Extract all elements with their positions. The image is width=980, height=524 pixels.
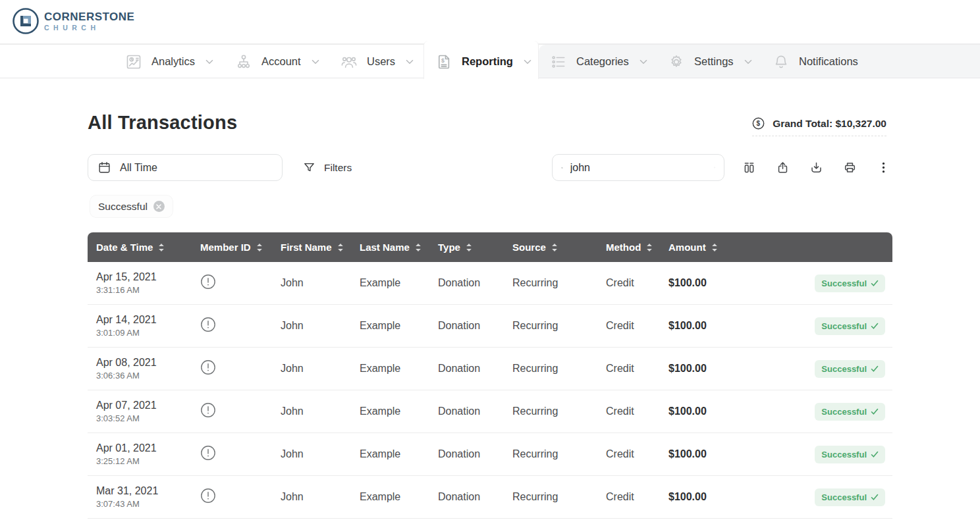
nav-item-analytics[interactable]: Analytics [125, 45, 213, 78]
cell-amount: $100.00 [660, 491, 739, 503]
print-button[interactable] [833, 154, 867, 181]
exclamation-circle-icon[interactable] [200, 488, 216, 504]
filters-label: Filters [324, 162, 352, 174]
cell-last-name: Example [351, 448, 429, 460]
nav-item-settings[interactable]: Settings [668, 45, 752, 78]
column-header-label: Date & Time [96, 242, 153, 253]
status-badge: Successful [815, 360, 885, 378]
cell-type: Donation [429, 448, 504, 460]
check-icon [871, 494, 879, 501]
share-button[interactable] [766, 154, 800, 181]
sort-icon [415, 243, 422, 252]
search-input[interactable] [570, 162, 707, 174]
nav-item-users[interactable]: Users [340, 45, 414, 78]
status-label: Successful [821, 450, 867, 459]
exclamation-circle-icon[interactable] [200, 445, 216, 461]
cell-status: Successful [739, 360, 892, 378]
brand-name: CORNERSTONE [44, 11, 134, 22]
column-header-type[interactable]: Type [429, 242, 504, 253]
cell-method: Credit [597, 363, 660, 375]
cell-status: Successful [739, 488, 892, 506]
page-title: All Transactions [88, 112, 237, 134]
download-button[interactable] [800, 154, 833, 181]
more-options-button[interactable] [867, 154, 900, 181]
cell-date-time: Apr 07, 20213:03:52 AM [88, 400, 192, 423]
table-row[interactable]: Apr 14, 20213:01:09 AMJohnExampleDonatio… [88, 305, 892, 348]
filters-button[interactable]: Filters [298, 154, 357, 181]
exclamation-circle-icon[interactable] [200, 274, 216, 290]
remove-chip-button[interactable] [153, 201, 165, 212]
column-header-amount[interactable]: Amount [660, 242, 739, 253]
app-logo[interactable]: CORNERSTONE CHURCH [12, 7, 134, 35]
column-header-last-name[interactable]: Last Name [351, 242, 429, 253]
exclamation-circle-icon[interactable] [200, 359, 216, 375]
chevron-down-icon [312, 59, 319, 65]
cell-last-name: Example [351, 363, 429, 375]
column-header-method[interactable]: Method [597, 242, 660, 253]
sort-icon [337, 243, 344, 252]
nav-item-account[interactable]: Account [235, 45, 319, 78]
status-label: Successful [821, 492, 867, 502]
chevron-down-icon [640, 59, 647, 65]
nav-label-categories: Categories [576, 55, 629, 68]
status-badge: Successful [815, 488, 885, 506]
status-label: Successful [821, 278, 867, 288]
column-header-label: Method [606, 242, 641, 253]
chip-label: Successful [98, 201, 148, 213]
column-header-source[interactable]: Source [504, 242, 597, 253]
cell-amount: $100.00 [660, 277, 739, 289]
chevron-down-icon [205, 59, 213, 65]
transaction-date: Apr 15, 2021 [96, 271, 192, 283]
check-icon [871, 408, 879, 415]
brand-bar: CORNERSTONE CHURCH [0, 0, 980, 43]
status-label: Successful [821, 364, 867, 374]
column-header-member-id[interactable]: Member ID [192, 242, 272, 253]
cornerstone-logo-icon [12, 7, 40, 35]
column-header-label: Type [438, 242, 460, 253]
table-row[interactable]: Apr 08, 20213:06:36 AMJohnExampleDonatio… [88, 348, 892, 390]
exclamation-circle-icon[interactable] [200, 402, 216, 418]
cell-amount: $100.00 [660, 406, 739, 417]
transaction-date: Apr 07, 2021 [96, 400, 192, 411]
transaction-date: Apr 01, 2021 [96, 442, 192, 454]
columns-button[interactable] [732, 154, 766, 181]
exclamation-circle-icon[interactable] [200, 317, 216, 332]
status-badge: Successful [815, 446, 885, 463]
transaction-time: 3:07:43 AM [96, 499, 192, 509]
table-body: Apr 15, 20213:31:16 AMJohnExampleDonatio… [88, 262, 892, 519]
table-row[interactable]: Apr 15, 20213:31:16 AMJohnExampleDonatio… [88, 262, 892, 305]
chevron-down-icon [406, 59, 414, 65]
close-icon [156, 204, 161, 209]
list-icon [550, 53, 567, 70]
cell-source: Recurring [504, 406, 597, 417]
nav-item-reporting[interactable]: $ Reporting [435, 45, 531, 78]
table-row[interactable]: Mar 31, 20213:07:43 AMJohnExampleDonatio… [88, 476, 892, 519]
table-row[interactable]: Apr 07, 20213:03:52 AMJohnExampleDonatio… [88, 390, 892, 433]
columns-icon [742, 161, 756, 174]
column-header-first-name[interactable]: First Name [272, 242, 351, 253]
cell-type: Donation [429, 320, 504, 332]
clear-search-icon[interactable] [714, 162, 715, 173]
grand-total-value: Grand Total: $10,327.00 [773, 118, 886, 130]
sort-icon [551, 243, 558, 252]
date-range-picker[interactable]: All Time [88, 154, 283, 181]
cell-amount: $100.00 [660, 448, 739, 460]
cell-member-id [192, 359, 272, 378]
cell-first-name: John [272, 406, 351, 417]
column-header-date-time[interactable]: Date & Time [88, 242, 192, 253]
transaction-time: 3:01:09 AM [96, 328, 192, 338]
cell-type: Donation [429, 363, 504, 375]
nav-item-categories[interactable]: Categories [550, 45, 647, 78]
cell-method: Credit [597, 448, 660, 460]
nav-item-notifications[interactable]: Notifications [773, 45, 858, 78]
cell-status: Successful [739, 403, 892, 421]
cell-date-time: Apr 08, 20213:06:36 AM [88, 357, 192, 380]
cell-member-id [192, 445, 272, 463]
analytics-icon [125, 53, 142, 70]
cell-last-name: Example [351, 406, 429, 417]
transaction-date: Mar 31, 2021 [96, 485, 192, 497]
status-badge: Successful [815, 275, 885, 292]
svg-text:$: $ [757, 120, 761, 127]
cell-status: Successful [739, 446, 892, 463]
table-row[interactable]: Apr 01, 20213:25:12 AMJohnExampleDonatio… [88, 433, 892, 476]
